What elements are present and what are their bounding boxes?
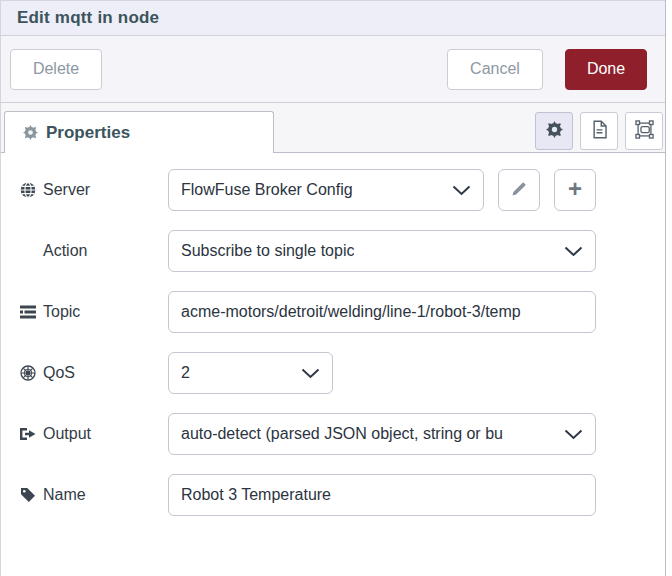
action-select[interactable]: Subscribe to single topic [168,230,596,272]
edit-server-button[interactable] [498,169,540,211]
qos-label: QoS [1,364,168,382]
action-row: Action Subscribe to single topic [1,230,665,272]
tab-properties[interactable]: Properties [4,111,274,153]
topic-label: Topic [1,303,168,321]
tab-properties-label: Properties [46,123,130,143]
description-panel-button[interactable] [580,112,618,150]
name-label: Name [1,486,168,504]
delete-button[interactable]: Delete [10,49,102,90]
tray-header: Edit mqtt in node [1,0,665,36]
qos-select[interactable]: 2 [168,352,333,394]
server-row: Server FlowFuse Broker Config + [1,169,665,211]
sign-out-icon [20,427,36,441]
output-label: Output [1,425,168,443]
appearance-panel-button[interactable] [625,112,663,150]
topic-input[interactable] [168,291,596,333]
server-select[interactable]: FlowFuse Broker Config [168,169,484,211]
output-select[interactable]: auto-detect (parsed JSON object, string … [168,413,596,455]
properties-form: Server FlowFuse Broker Config + Actio [1,153,665,516]
qos-row: QoS 2 [1,352,665,394]
tag-icon [20,487,36,503]
name-row: Name [1,474,665,516]
topic-row: Topic [1,291,665,333]
name-input[interactable] [168,474,596,516]
edit-node-tray: Edit mqtt in node Delete Cancel Done Pro… [0,0,666,576]
plus-icon: + [568,177,582,201]
pencil-icon [511,177,527,203]
server-label: Server [1,181,168,199]
server-select-value: FlowFuse Broker Config [181,181,353,199]
chevron-down-icon [564,429,583,440]
done-button[interactable]: Done [565,49,647,90]
doc-icon [591,120,608,142]
dialog-title: Edit mqtt in node [17,8,159,28]
gear-icon [23,125,38,140]
panel-buttons [535,112,663,150]
action-label: Action [1,242,168,260]
chevron-down-icon [301,368,320,379]
chevron-down-icon [564,246,583,257]
output-select-value: auto-detect (parsed JSON object, string … [181,425,503,443]
qos-select-value: 2 [181,364,190,382]
action-select-value: Subscribe to single topic [181,242,354,260]
empire-icon [20,365,36,381]
gear-icon [546,121,563,141]
tray-toolbar: Delete Cancel Done [1,36,665,103]
add-server-button[interactable]: + [554,169,596,211]
tasks-icon [20,305,36,319]
chevron-down-icon [452,185,471,196]
properties-panel-button[interactable] [535,112,573,150]
appearance-icon [635,120,654,142]
editor-tabbar: Properties [1,103,665,153]
cancel-button[interactable]: Cancel [447,49,543,90]
output-row: Output auto-detect (parsed JSON object, … [1,413,665,455]
globe-icon [20,182,36,198]
